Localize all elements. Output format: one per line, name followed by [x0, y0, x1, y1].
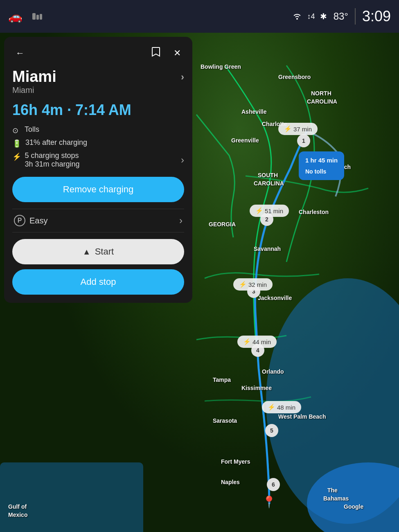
map-label-l14: Jacksonville [258, 295, 292, 301]
map-label-l20: Fort Myers [221, 458, 250, 465]
info-bubble-b4: ⚡ 51 min [250, 205, 289, 217]
charging-icon: ⚡ [12, 152, 20, 161]
info-bubble-b1: ⚡ 37 min [278, 123, 318, 135]
back-button[interactable]: ← [12, 46, 28, 60]
battery-icon: 🔋 [12, 139, 21, 148]
parking-left: P Easy [14, 215, 47, 226]
route-panel: ← ✕ Miami › Miami 16h 4m · 7:14 AM ⊙ Tol… [4, 37, 192, 303]
bluetooth-icon: ✱ [320, 11, 327, 21]
map-label-l16: Kissimmee [241, 385, 272, 391]
car-icon: 🚗 [8, 10, 23, 23]
stop-circle-1: 1 [297, 134, 310, 147]
svg-rect-6 [0, 462, 143, 532]
map-label-l7: Greenville [231, 137, 259, 144]
map-label-l26: Mexico [8, 512, 27, 518]
parking-row: P Easy › [12, 209, 184, 232]
map-label-l23: Bahamas [323, 495, 349, 502]
travel-time: 16h 4m · 7:14 AM [12, 101, 184, 119]
charging-chevron-icon: › [181, 154, 184, 166]
route-details: ⊙ Tolls 🔋 31% after charging ⚡ 5 chargin… [12, 125, 184, 169]
map-label-l25: Gulf of [8, 503, 27, 510]
svg-rect-0 [32, 13, 36, 20]
add-stop-button[interactable]: Add stop [12, 269, 184, 295]
map-label-l15: Tampa [213, 376, 231, 383]
info-bubble-b6: ⚡ 44 min [237, 336, 277, 348]
map-label-l2: Greensboro [278, 74, 311, 80]
divider [355, 8, 356, 25]
travel-info: 16h 4m · 7:14 AM [12, 101, 184, 119]
clock-display: 3:09 [362, 8, 391, 25]
parking-label: Easy [29, 216, 47, 225]
map-label-l18: Sarasota [213, 417, 237, 424]
info-bubble-b7: ⚡ 48 min [262, 401, 301, 413]
bookmark-button[interactable] [148, 45, 164, 61]
panel-header: ← ✕ [12, 45, 184, 61]
navigation-icon: ▲ [83, 247, 91, 257]
map-label-l3: NORTH [311, 90, 331, 97]
tolls-item: ⊙ Tolls [12, 125, 184, 135]
map-label-l19: West Palm Beach [278, 413, 326, 420]
map-label-l11: Charleston [299, 209, 329, 215]
map-label-l10: CAROLINA [254, 180, 284, 187]
status-icons: ↕4 ✱ [292, 11, 327, 22]
close-button[interactable]: ✕ [170, 45, 184, 61]
map-label-l13: Savannah [254, 246, 281, 252]
charging-text: 5 charging stops 3h 31m charging [25, 151, 79, 169]
map-label-l5: Asheville [241, 108, 266, 115]
info-bubble-b2: 1 hr 45 minNo tolls [299, 151, 344, 180]
wifi-icon [292, 11, 302, 22]
map-label-l1: Bowling Green [201, 63, 241, 70]
map-label-l24: Google [344, 503, 363, 510]
tolls-icon: ⊙ [12, 126, 20, 135]
battery-item: 🔋 31% after charging [12, 138, 184, 148]
svg-rect-2 [40, 14, 42, 20]
charging-detail: 5 charging stops 3h 31m charging › [25, 151, 184, 169]
map-label-l22: The [327, 487, 338, 494]
info-bubble-b5: ⚡ 32 min [233, 278, 273, 291]
destination-title: Miami › [12, 68, 184, 86]
stop-circle-5: 5 [265, 424, 278, 437]
signal-icon: ↕4 [307, 12, 315, 21]
map-label-l12: GEORGIA [209, 221, 236, 228]
temperature-display: 83° [334, 11, 348, 22]
map-label-l9: SOUTH [258, 172, 278, 178]
status-right: ↕4 ✱ 83° 3:09 [292, 8, 391, 25]
map-label-l21: Naples [221, 479, 240, 485]
map-label-l4: CAROLINA [307, 98, 337, 105]
nav-icon [32, 13, 42, 20]
map-label-l17: Orlando [262, 368, 284, 375]
svg-rect-1 [36, 15, 39, 20]
start-button[interactable]: ▲ Start [12, 239, 184, 264]
header-icons: ✕ [148, 45, 184, 61]
chevron-right-icon: › [181, 71, 184, 83]
destination-subtitle: Miami [12, 86, 184, 95]
remove-charging-button[interactable]: Remove charging [12, 177, 184, 202]
stop-circle-6: 6 [267, 478, 280, 491]
parking-chevron-icon: › [179, 215, 183, 226]
parking-icon: P [14, 215, 25, 226]
charging-item: ⚡ 5 charging stops 3h 31m charging › [12, 151, 184, 169]
status-bar: 🚗 ↕4 ✱ 83° 3:09 [0, 0, 399, 33]
destination-pin: 📍 [262, 495, 276, 509]
status-left: 🚗 [8, 10, 42, 23]
map-container[interactable]: Bowling GreenGreensboroNORTHCAROLINAAshe… [0, 33, 399, 532]
